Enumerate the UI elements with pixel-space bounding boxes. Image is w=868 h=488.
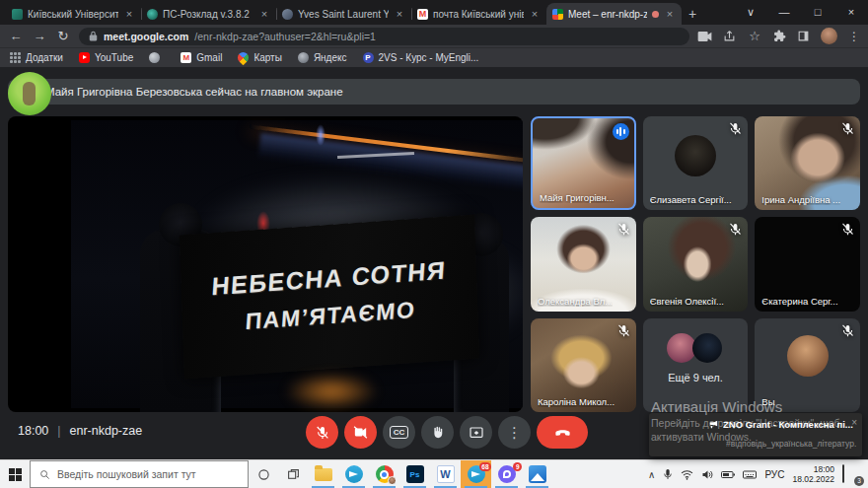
start-button[interactable] [0,460,30,488]
windows-taskbar: Введіть пошуковий запит тут Ps W 68 9 ∧ [0,459,868,488]
task-view-button[interactable] [278,460,308,488]
taskbar-search-box[interactable]: Введіть пошуковий запит тут [30,460,249,488]
present-screen-button[interactable] [460,416,492,449]
close-window-button[interactable]: × [834,0,868,25]
tray-network-icon[interactable] [681,469,693,480]
maximize-button[interactable]: □ [801,0,834,25]
taskbar-photos[interactable] [522,460,552,488]
gmail-favicon: M [417,9,428,20]
taskbar-photoshop[interactable]: Ps [399,460,430,488]
globe-icon [149,52,160,63]
camera-in-use-icon[interactable] [697,32,712,41]
ps-rozklad-favicon [147,9,158,20]
participant-tile-maiia[interactable]: Майя Григорівн... [531,116,636,210]
camera-toggle-button[interactable] [344,416,377,449]
bookmark-yandex[interactable]: Яндекс [298,52,347,63]
bookmark-maps[interactable]: Карты [238,52,282,63]
tab-label: Meet – enr-nkdp-zae [568,9,647,20]
reload-button[interactable]: ↻ [55,29,71,43]
taskbar-file-explorer[interactable] [308,460,338,488]
taskbar-word[interactable]: W [430,460,461,488]
bookmark-site[interactable] [149,52,165,63]
notification-close-icon[interactable]: × [851,417,857,428]
gmail-icon: M [181,52,191,63]
back-button[interactable]: ← [8,29,24,43]
taskbar-telegram[interactable] [338,460,369,488]
apps-grid-icon [10,52,21,63]
bookmark-star-icon[interactable]: ☆ [747,29,762,43]
language-indicator[interactable]: РУС [764,469,784,480]
participant-avatar [692,333,722,363]
toolbar-icons: ☆ ⋮ [697,28,860,44]
participant-tile-yevheniia[interactable]: Євгенія Олексії... [643,217,749,311]
presentation-video[interactable]: НЕБЕСНА СОТНЯ ПАМ’ЯТАЄМО [8,116,523,412]
browser-menu-icon[interactable]: ⋮ [848,30,860,43]
tray-battery-icon[interactable] [721,470,735,479]
tab-close-icon[interactable]: × [123,8,135,20]
address-bar[interactable]: meet.google.com /enr-nkdp-zae?authuser=2… [79,28,689,45]
self-view-tile[interactable]: Вы [755,318,860,412]
notification-title: ZNO Grant - Комплексна пі... [723,419,856,430]
browser-toolbar: ← → ↻ meet.google.com /enr-nkdp-zae?auth… [0,25,868,47]
tab-search-chevron-icon[interactable]: ∨ [734,0,767,25]
action-center-button[interactable]: 3 [842,465,862,483]
bookmark-apps[interactable]: Додатки [10,52,63,63]
mic-off-icon [728,121,743,136]
cortana-button[interactable] [249,460,278,488]
bookmark-myenglishlab[interactable]: P 2VS - Курс - MyEngli... [363,52,479,63]
participant-tile-yekaterina[interactable]: Єкатерина Серг... [755,217,860,311]
tab-ps-rozklad[interactable]: ПС-Розклад v.3.8.2 × [141,3,276,25]
tab-meet-active[interactable]: Meet – enr-nkdp-zae × [546,3,682,25]
tray-mic-icon[interactable] [663,468,673,480]
tab-close-icon[interactable]: × [394,8,405,20]
tab-mail[interactable]: M почта Київський університ × [411,3,546,25]
tab-close-icon[interactable]: × [529,8,541,20]
taskbar-chrome[interactable] [369,460,399,488]
tray-expand-icon[interactable]: ∧ [648,469,655,480]
end-call-button[interactable] [537,416,588,449]
tray-keyboard-icon[interactable] [743,470,757,479]
memorial-banner-line2: ПАМ’ЯТАЄМО [245,297,416,335]
speaking-indicator-icon [613,123,629,140]
participant-name: Єлизавета Сергії... [650,194,732,205]
more-participants-tile[interactable]: Ещё 9 чел. [643,318,749,412]
bookmark-youtube[interactable]: YouTube [79,52,133,63]
bookmark-label: Gmail [196,52,222,63]
side-panel-icon[interactable] [797,30,810,42]
participant-grid: Майя Григорівн... Єлизавета Сергії... Ір… [531,116,860,412]
participant-tile-oleksandra[interactable]: Олександра Вл... [531,217,636,311]
participant-tile-karolina[interactable]: Кароліна Микол... [531,318,636,412]
taskbar-telegram-alert[interactable]: 68 [461,460,491,488]
extensions-icon[interactable] [773,30,786,42]
telegram-notification-toast[interactable]: ZNO Grant - Комплексна пі... × #відповід… [649,413,862,456]
tab-label: Київський Університет імен [28,9,118,20]
memorial-banner: НЕБЕСНА СОТНЯ ПАМ’ЯТАЄМО [180,215,479,380]
tab-label: ПС-Розклад v.3.8.2 [163,9,253,20]
browser-profile-avatar[interactable] [821,28,837,44]
taskbar-clock[interactable]: 18:00 18.02.2022 [792,464,834,484]
mic-toggle-button[interactable] [306,416,338,449]
captions-button[interactable]: CC [383,416,415,449]
tab-close-icon[interactable]: × [664,8,676,20]
tab-university[interactable]: Київський Університет імен × [6,3,141,25]
mic-off-icon [840,222,855,237]
tab-close-icon[interactable]: × [258,8,270,20]
tray-volume-icon[interactable] [701,469,713,480]
forward-button[interactable]: → [32,29,47,43]
bookmark-gmail[interactable]: M Gmail [181,52,222,63]
more-options-button[interactable]: ⋮ [498,416,531,449]
tab-ysl[interactable]: Yves Saint Laurent Y Live — × [276,3,411,25]
minimize-button[interactable]: — [767,0,801,25]
new-tab-button[interactable]: + [682,3,703,25]
raise-hand-button[interactable] [421,416,454,449]
more-options-icon: ⋮ [507,424,522,442]
bookmark-label: Яндекс [314,52,347,63]
tab-label: Yves Saint Laurent Y Live — [298,9,389,20]
recording-indicator-icon [652,11,659,18]
participant-tile-yelyzaveta[interactable]: Єлизавета Сергії... [643,116,749,210]
taskbar-viber[interactable]: 9 [491,460,522,488]
maps-pin-icon [236,50,252,66]
participant-tile-iryna[interactable]: Ірина Андріївна ... [755,116,860,210]
call-controls: CC ⋮ [306,416,588,449]
share-icon[interactable] [723,30,736,42]
